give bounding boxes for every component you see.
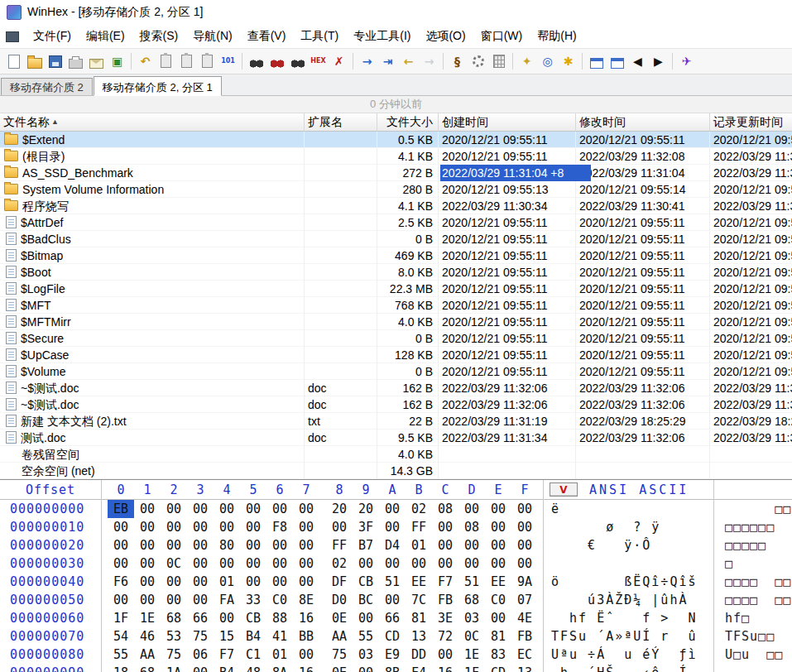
hex-byte[interactable]: 08	[458, 518, 485, 536]
hex-byte[interactable]: 01	[214, 573, 240, 591]
file-row[interactable]: AS_SSD_Benchmark272 B2022/03/29 11:31:04…	[0, 165, 792, 181]
file-row[interactable]: ~$测试.docdoc162 B2022/03/29 11:32:062022/…	[0, 380, 792, 396]
hex-byte[interactable]: 00	[187, 573, 214, 591]
hex-byte[interactable]: 03	[353, 646, 379, 664]
hex-byte[interactable]: 83	[485, 646, 511, 664]
hex-byte[interactable]: 3E	[432, 609, 458, 627]
hex-byte[interactable]: 00	[326, 518, 353, 536]
hex-byte[interactable]: 81	[485, 627, 511, 646]
hex-byte[interactable]: 15	[214, 627, 240, 646]
hex-byte[interactable]: C0	[485, 591, 511, 609]
hex-byte[interactable]: DF	[326, 573, 353, 591]
file-row[interactable]: 新建 文本文档 (2).txttxt22 B2022/03/29 11:31:1…	[0, 413, 792, 430]
hex-ascii-text[interactable]: h ´HŠ ‹ô Í	[550, 664, 713, 672]
hex-byte[interactable]: 00	[432, 646, 458, 664]
hex-ascii-text[interactable]: ø ? ÿ	[550, 518, 713, 536]
hex-byte[interactable]: 20	[326, 500, 353, 518]
hex-byte[interactable]: 13	[511, 664, 538, 672]
hex-byte[interactable]: 00	[266, 554, 293, 573]
hex-byte[interactable]: 00	[187, 518, 214, 536]
hex-byte[interactable]: 00	[458, 554, 485, 573]
hex-byte[interactable]: 0E	[326, 609, 353, 627]
menu-item-4[interactable]: 导航(N)	[185, 26, 239, 46]
hex-byte[interactable]: 00	[187, 591, 214, 609]
find-hex-button[interactable]	[266, 51, 287, 72]
hex-byte[interactable]: 03	[458, 609, 485, 627]
calculator-button[interactable]	[488, 51, 509, 72]
hex-byte[interactable]: EE	[406, 573, 432, 591]
hex-byte[interactable]: 00	[511, 536, 538, 554]
hex-byte[interactable]: 48	[240, 664, 266, 672]
hex-byte[interactable]: F7	[432, 573, 458, 591]
hex-byte[interactable]: 80	[214, 536, 240, 554]
file-row[interactable]: (根目录)4.1 KB2020/12/21 09:55:112022/03/29…	[0, 148, 792, 165]
charset-dropdown-button[interactable]: V	[550, 482, 578, 497]
hex-byte[interactable]: 00	[108, 518, 134, 536]
hex-byte[interactable]: CB	[240, 609, 266, 627]
hex-byte[interactable]: 00	[161, 536, 187, 554]
hex-byte[interactable]: 02	[326, 554, 353, 573]
hex-byte[interactable]: 02	[406, 500, 432, 518]
hex-ascii-text[interactable]: Uªu ÷Á u éÝ ƒì	[550, 646, 713, 664]
hex-byte[interactable]: 00	[432, 554, 458, 573]
hex-byte[interactable]: 00	[187, 554, 214, 573]
menu-item-7[interactable]: 专业工具(I)	[346, 26, 418, 46]
interpret-image-button[interactable]: ▣	[107, 51, 127, 72]
file-row[interactable]: $Bitmap469 KB2020/12/21 09:55:112020/12/…	[0, 247, 792, 264]
menu-item-5[interactable]: 查看(V)	[240, 26, 294, 46]
hex-byte[interactable]: 00	[134, 500, 161, 518]
hex-byte[interactable]: 53	[161, 627, 187, 646]
hex-byte[interactable]: 8B	[379, 664, 406, 672]
hex-byte[interactable]: 88	[266, 609, 293, 627]
menu-item-10[interactable]: 帮助(H)	[530, 26, 583, 46]
hex-byte[interactable]: 00	[379, 554, 406, 573]
hex-byte[interactable]: 00	[108, 591, 134, 609]
back-button[interactable]: ←	[398, 51, 419, 72]
menu-item-9[interactable]: 窗口(W)	[473, 26, 530, 46]
hex-byte[interactable]: 0E	[326, 664, 353, 672]
hex-byte[interactable]: 66	[187, 609, 214, 627]
hex-byte[interactable]: 00	[353, 664, 379, 672]
hex-byte[interactable]: 00	[214, 500, 240, 518]
hex-byte[interactable]: 00	[161, 500, 187, 518]
hex-ascii-text[interactable]: ö ßËQî÷Qîš	[550, 573, 713, 591]
file-row[interactable]: 测试.docdoc9.5 KB2022/03/29 11:31:342022/0…	[0, 430, 792, 446]
hex-byte[interactable]: 00	[240, 536, 266, 554]
hex-byte[interactable]: 00	[293, 500, 319, 518]
hex-byte[interactable]: C0	[266, 591, 293, 609]
hex-byte[interactable]: 55	[108, 646, 134, 664]
menu-item-3[interactable]: 搜索(S)	[132, 26, 186, 46]
menu-item-8[interactable]: 选项(O)	[418, 26, 473, 46]
file-row[interactable]: $BadClus0 B2020/12/21 09:55:112020/12/21…	[0, 231, 792, 247]
save-button[interactable]	[45, 51, 65, 72]
hex-byte[interactable]: 00	[214, 609, 240, 627]
keys-button[interactable]: ✦	[516, 51, 537, 72]
hex-byte[interactable]: 00	[485, 518, 511, 536]
hex-byte[interactable]: B4	[214, 664, 240, 672]
hex-byte[interactable]: 00	[187, 500, 214, 518]
hex-byte[interactable]: 00	[432, 518, 458, 536]
hex-byte[interactable]: 00	[161, 573, 187, 591]
file-row[interactable]: $Volume0 B2020/12/21 09:55:112020/12/21 …	[0, 363, 792, 380]
hex-byte[interactable]: D0	[326, 591, 353, 609]
hex-byte[interactable]: 75	[187, 627, 214, 646]
hex-byte[interactable]: 06	[187, 646, 214, 664]
hex-ascii-text[interactable]: € ÿ·Ô	[550, 536, 713, 554]
file-row[interactable]: $Secure0 B2020/12/21 09:55:112020/12/21 …	[0, 330, 792, 347]
hex-byte[interactable]: D4	[379, 536, 406, 554]
hex-byte[interactable]: 00	[240, 500, 266, 518]
file-row[interactable]: $LogFile22.3 MB2020/12/21 09:55:112020/1…	[0, 281, 792, 297]
hex-byte[interactable]: 81	[406, 609, 432, 627]
goto-offset-button[interactable]: ⇥	[377, 51, 398, 72]
tile-windows-button[interactable]	[586, 51, 607, 72]
hex-byte[interactable]: F7	[214, 646, 240, 664]
hex-byte[interactable]: 00	[379, 518, 406, 536]
hex-byte[interactable]: FF	[406, 518, 432, 536]
hex-byte[interactable]: 00	[511, 500, 538, 518]
hex-byte[interactable]: 46	[134, 627, 161, 646]
hex-ascii-text[interactable]: TFSu ´A»ªUÍ r û	[550, 627, 713, 646]
hex-byte[interactable]: 1E	[134, 609, 161, 627]
hex-byte[interactable]: 00	[240, 518, 266, 536]
hex-byte[interactable]: CD	[485, 664, 511, 672]
hex-byte[interactable]: 00	[485, 536, 511, 554]
